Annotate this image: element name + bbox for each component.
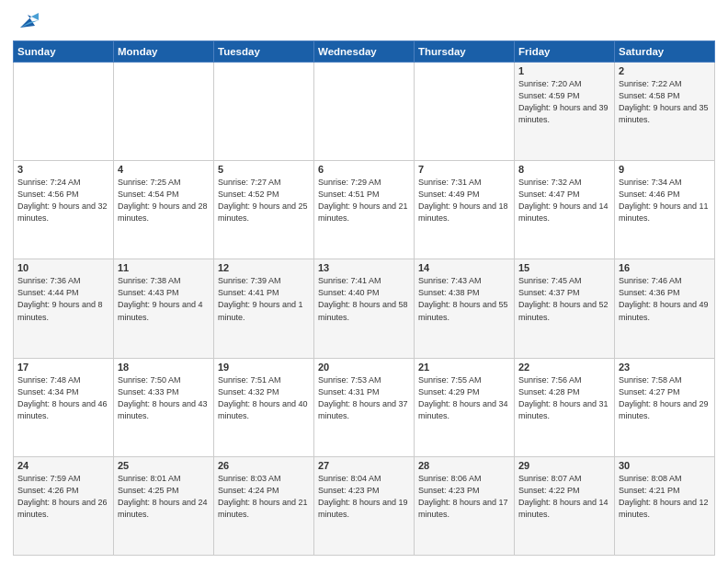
day-number: 27 bbox=[318, 460, 410, 471]
day-number: 8 bbox=[518, 164, 610, 175]
calendar-header-row: SundayMondayTuesdayWednesdayThursdayFrid… bbox=[14, 41, 715, 63]
day-number: 12 bbox=[218, 262, 310, 273]
calendar-header-tuesday: Tuesday bbox=[214, 41, 314, 63]
calendar-cell: 17Sunrise: 7:48 AM Sunset: 4:34 PM Dayli… bbox=[14, 358, 114, 456]
day-info: Sunrise: 7:32 AM Sunset: 4:47 PM Dayligh… bbox=[518, 177, 610, 224]
calendar-cell bbox=[14, 63, 114, 161]
calendar-week-row: 24Sunrise: 7:59 AM Sunset: 4:26 PM Dayli… bbox=[14, 456, 715, 555]
day-info: Sunrise: 7:38 AM Sunset: 4:43 PM Dayligh… bbox=[118, 275, 210, 323]
calendar-cell: 27Sunrise: 8:04 AM Sunset: 4:23 PM Dayli… bbox=[314, 456, 415, 555]
calendar-cell: 22Sunrise: 7:56 AM Sunset: 4:28 PM Dayli… bbox=[515, 358, 615, 456]
day-info: Sunrise: 7:59 AM Sunset: 4:26 PM Dayligh… bbox=[17, 473, 109, 521]
calendar-cell: 1Sunrise: 7:20 AM Sunset: 4:59 PM Daylig… bbox=[515, 63, 615, 161]
calendar-cell bbox=[314, 63, 415, 161]
logo bbox=[13, 9, 46, 35]
calendar-cell: 30Sunrise: 8:08 AM Sunset: 4:21 PM Dayli… bbox=[615, 456, 715, 555]
calendar-cell: 3Sunrise: 7:24 AM Sunset: 4:56 PM Daylig… bbox=[14, 161, 114, 259]
day-number: 23 bbox=[619, 362, 711, 373]
calendar-week-row: 1Sunrise: 7:20 AM Sunset: 4:59 PM Daylig… bbox=[14, 63, 715, 161]
calendar-cell: 23Sunrise: 7:58 AM Sunset: 4:27 PM Dayli… bbox=[615, 358, 715, 456]
day-info: Sunrise: 7:20 AM Sunset: 4:59 PM Dayligh… bbox=[518, 78, 610, 126]
calendar-cell: 16Sunrise: 7:46 AM Sunset: 4:36 PM Dayli… bbox=[615, 259, 715, 358]
calendar-cell: 28Sunrise: 8:06 AM Sunset: 4:23 PM Dayli… bbox=[415, 456, 515, 555]
calendar-cell: 6Sunrise: 7:29 AM Sunset: 4:51 PM Daylig… bbox=[314, 161, 415, 259]
logo-icon bbox=[13, 9, 42, 35]
calendar-cell: 8Sunrise: 7:32 AM Sunset: 4:47 PM Daylig… bbox=[515, 161, 615, 259]
calendar-cell: 25Sunrise: 8:01 AM Sunset: 4:25 PM Dayli… bbox=[114, 456, 214, 555]
calendar-cell: 14Sunrise: 7:43 AM Sunset: 4:38 PM Dayli… bbox=[415, 259, 515, 358]
day-info: Sunrise: 7:53 AM Sunset: 4:31 PM Dayligh… bbox=[318, 374, 410, 422]
calendar-cell bbox=[415, 63, 515, 161]
day-number: 19 bbox=[218, 362, 310, 373]
calendar-week-row: 17Sunrise: 7:48 AM Sunset: 4:34 PM Dayli… bbox=[14, 358, 715, 456]
day-number: 11 bbox=[118, 262, 210, 273]
calendar-cell: 20Sunrise: 7:53 AM Sunset: 4:31 PM Dayli… bbox=[314, 358, 415, 456]
calendar-header-monday: Monday bbox=[114, 41, 214, 63]
day-info: Sunrise: 8:01 AM Sunset: 4:25 PM Dayligh… bbox=[118, 473, 210, 521]
calendar-cell: 26Sunrise: 8:03 AM Sunset: 4:24 PM Dayli… bbox=[214, 456, 314, 555]
calendar-header-wednesday: Wednesday bbox=[314, 41, 415, 63]
day-info: Sunrise: 8:06 AM Sunset: 4:23 PM Dayligh… bbox=[418, 473, 510, 521]
day-info: Sunrise: 7:22 AM Sunset: 4:58 PM Dayligh… bbox=[619, 78, 711, 126]
day-info: Sunrise: 8:04 AM Sunset: 4:23 PM Dayligh… bbox=[318, 473, 410, 521]
day-number: 30 bbox=[619, 460, 711, 471]
day-info: Sunrise: 7:56 AM Sunset: 4:28 PM Dayligh… bbox=[518, 374, 610, 422]
day-number: 25 bbox=[118, 460, 210, 471]
calendar-cell: 29Sunrise: 8:07 AM Sunset: 4:22 PM Dayli… bbox=[515, 456, 615, 555]
calendar-week-row: 10Sunrise: 7:36 AM Sunset: 4:44 PM Dayli… bbox=[14, 259, 715, 358]
day-info: Sunrise: 7:24 AM Sunset: 4:56 PM Dayligh… bbox=[17, 177, 109, 224]
day-info: Sunrise: 7:27 AM Sunset: 4:52 PM Dayligh… bbox=[218, 177, 310, 224]
header bbox=[13, 9, 715, 35]
day-info: Sunrise: 7:39 AM Sunset: 4:41 PM Dayligh… bbox=[218, 275, 310, 323]
day-number: 24 bbox=[17, 460, 109, 471]
day-number: 7 bbox=[418, 164, 510, 175]
day-number: 28 bbox=[418, 460, 510, 471]
day-info: Sunrise: 7:25 AM Sunset: 4:54 PM Dayligh… bbox=[118, 177, 210, 224]
day-number: 9 bbox=[619, 164, 711, 175]
calendar-cell: 18Sunrise: 7:50 AM Sunset: 4:33 PM Dayli… bbox=[114, 358, 214, 456]
day-number: 18 bbox=[118, 362, 210, 373]
calendar-cell: 13Sunrise: 7:41 AM Sunset: 4:40 PM Dayli… bbox=[314, 259, 415, 358]
day-number: 13 bbox=[318, 262, 410, 273]
calendar-header-friday: Friday bbox=[515, 41, 615, 63]
day-info: Sunrise: 7:46 AM Sunset: 4:36 PM Dayligh… bbox=[619, 275, 711, 323]
calendar-cell: 10Sunrise: 7:36 AM Sunset: 4:44 PM Dayli… bbox=[14, 259, 114, 358]
day-number: 1 bbox=[518, 65, 610, 76]
calendar-cell: 4Sunrise: 7:25 AM Sunset: 4:54 PM Daylig… bbox=[114, 161, 214, 259]
day-info: Sunrise: 8:08 AM Sunset: 4:21 PM Dayligh… bbox=[619, 473, 711, 521]
calendar-cell bbox=[214, 63, 314, 161]
day-info: Sunrise: 7:58 AM Sunset: 4:27 PM Dayligh… bbox=[619, 374, 711, 422]
calendar: SundayMondayTuesdayWednesdayThursdayFrid… bbox=[13, 40, 715, 556]
day-number: 16 bbox=[619, 262, 711, 273]
calendar-cell bbox=[114, 63, 214, 161]
calendar-cell: 12Sunrise: 7:39 AM Sunset: 4:41 PM Dayli… bbox=[214, 259, 314, 358]
calendar-cell: 7Sunrise: 7:31 AM Sunset: 4:49 PM Daylig… bbox=[415, 161, 515, 259]
day-number: 17 bbox=[17, 362, 109, 373]
svg-marker-2 bbox=[31, 13, 39, 20]
calendar-cell: 15Sunrise: 7:45 AM Sunset: 4:37 PM Dayli… bbox=[515, 259, 615, 358]
day-number: 20 bbox=[318, 362, 410, 373]
day-info: Sunrise: 7:31 AM Sunset: 4:49 PM Dayligh… bbox=[418, 177, 510, 224]
day-number: 15 bbox=[518, 262, 610, 273]
calendar-cell: 9Sunrise: 7:34 AM Sunset: 4:46 PM Daylig… bbox=[615, 161, 715, 259]
day-info: Sunrise: 8:03 AM Sunset: 4:24 PM Dayligh… bbox=[218, 473, 310, 521]
calendar-cell: 2Sunrise: 7:22 AM Sunset: 4:58 PM Daylig… bbox=[615, 63, 715, 161]
day-info: Sunrise: 7:51 AM Sunset: 4:32 PM Dayligh… bbox=[218, 374, 310, 422]
day-number: 4 bbox=[118, 164, 210, 175]
day-info: Sunrise: 7:48 AM Sunset: 4:34 PM Dayligh… bbox=[17, 374, 109, 422]
day-info: Sunrise: 7:50 AM Sunset: 4:33 PM Dayligh… bbox=[118, 374, 210, 422]
calendar-cell: 21Sunrise: 7:55 AM Sunset: 4:29 PM Dayli… bbox=[415, 358, 515, 456]
calendar-cell: 24Sunrise: 7:59 AM Sunset: 4:26 PM Dayli… bbox=[14, 456, 114, 555]
day-number: 26 bbox=[218, 460, 310, 471]
calendar-cell: 5Sunrise: 7:27 AM Sunset: 4:52 PM Daylig… bbox=[214, 161, 314, 259]
calendar-header-saturday: Saturday bbox=[615, 41, 715, 63]
day-info: Sunrise: 7:41 AM Sunset: 4:40 PM Dayligh… bbox=[318, 275, 410, 323]
day-info: Sunrise: 7:34 AM Sunset: 4:46 PM Dayligh… bbox=[619, 177, 711, 224]
day-number: 5 bbox=[218, 164, 310, 175]
page: SundayMondayTuesdayWednesdayThursdayFrid… bbox=[0, 0, 728, 563]
calendar-header-sunday: Sunday bbox=[14, 41, 114, 63]
calendar-header-thursday: Thursday bbox=[415, 41, 515, 63]
day-info: Sunrise: 8:07 AM Sunset: 4:22 PM Dayligh… bbox=[518, 473, 610, 521]
day-number: 3 bbox=[17, 164, 109, 175]
day-number: 21 bbox=[418, 362, 510, 373]
